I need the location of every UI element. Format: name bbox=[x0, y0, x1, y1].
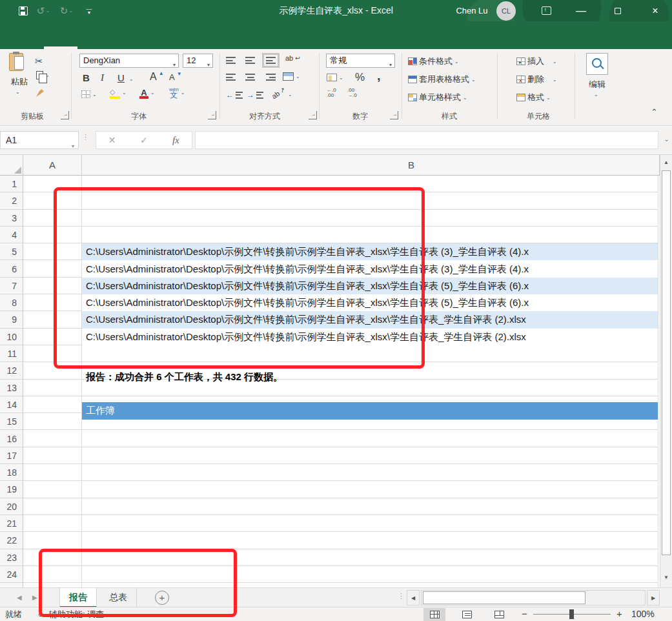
row-header-23[interactable]: 23 bbox=[0, 549, 23, 566]
row-header-11[interactable]: 11 bbox=[0, 345, 23, 362]
user-avatar[interactable]: CL bbox=[496, 1, 516, 21]
workbook-path-cell-row-8[interactable]: C:\Users\Administrator\Desktop\示例文件\转换前\… bbox=[82, 294, 658, 311]
scroll-left-icon[interactable]: ◀ bbox=[407, 590, 420, 606]
scroll-right-icon[interactable]: ▶ bbox=[647, 590, 660, 606]
bold-button[interactable]: B bbox=[83, 72, 90, 83]
row-header-12[interactable]: 12 bbox=[0, 362, 23, 379]
middle-align-icon[interactable] bbox=[245, 57, 255, 64]
sheet-next-icon[interactable]: ▶ bbox=[32, 588, 37, 607]
format-cells-button[interactable]: 格式⌄ bbox=[516, 92, 551, 103]
insert-cells-button[interactable]: 插入⌄ bbox=[516, 56, 557, 67]
row-header-3[interactable]: 3 bbox=[0, 210, 23, 227]
comma-style-icon[interactable]: , bbox=[377, 68, 381, 83]
delete-cells-button[interactable]: 删除⌄ bbox=[516, 74, 557, 85]
table-header-cell[interactable]: 工作簿 bbox=[82, 402, 658, 419]
row-header-22[interactable]: 22 bbox=[0, 532, 23, 549]
paste-button[interactable]: 粘贴 bbox=[4, 76, 35, 88]
conditional-formatting-button[interactable]: 条件格式⌄ bbox=[408, 56, 459, 67]
merge-center-icon[interactable]: ⌄ bbox=[283, 72, 300, 81]
scroll-down-icon[interactable]: ▼ bbox=[660, 575, 672, 580]
report-cell[interactable]: 报告：成功合并 6 个工作表，共 432 行数据。 bbox=[86, 369, 654, 385]
row-header-17[interactable]: 17 bbox=[0, 447, 23, 464]
zoom-out-icon[interactable]: − bbox=[522, 607, 527, 621]
workbook-path-cell-row-7[interactable]: C:\Users\Administrator\Desktop\示例文件\转换前\… bbox=[82, 278, 658, 294]
row-header-21[interactable]: 21 bbox=[0, 515, 23, 532]
top-align-icon[interactable] bbox=[226, 57, 236, 64]
underline-dropdown[interactable]: ⌄ bbox=[129, 76, 134, 82]
decrease-decimal-icon[interactable]: .00→.0 bbox=[347, 88, 357, 98]
row-header-20[interactable]: 20 bbox=[0, 498, 23, 515]
sheet-prev-icon[interactable]: ◀ bbox=[17, 588, 22, 607]
phonetic-guide-icon[interactable]: wén文⌄ bbox=[169, 87, 185, 98]
orientation-icon[interactable]: ab↗ bbox=[270, 86, 287, 101]
select-all-corner[interactable] bbox=[0, 155, 23, 176]
row-header-13[interactable]: 13 bbox=[0, 380, 23, 396]
increase-indent-icon[interactable]: → bbox=[247, 90, 263, 99]
name-box[interactable]: A1▾ bbox=[0, 131, 79, 149]
row-header-2[interactable]: 2 bbox=[0, 192, 23, 209]
user-name[interactable]: Chen Lu bbox=[452, 0, 492, 21]
zoom-in-icon[interactable]: + bbox=[616, 607, 622, 621]
collapse-ribbon-icon[interactable]: ⌃ bbox=[651, 107, 658, 117]
undo-icon[interactable]: ↺⌄ bbox=[34, 0, 53, 21]
fill-color-icon[interactable]: ◇⌄ bbox=[110, 88, 127, 97]
workbook-path-cell-row-5[interactable]: C:\Users\Administrator\Desktop\示例文件\转换前\… bbox=[82, 243, 658, 260]
find-select-icon[interactable] bbox=[586, 53, 608, 75]
number-format-combo[interactable]: 常规▾ bbox=[326, 54, 395, 68]
vertical-scroll-thumb[interactable] bbox=[662, 170, 671, 555]
workbook-path-cell-row-6[interactable]: C:\Users\Administrator\Desktop\示例文件\转换前\… bbox=[82, 261, 658, 278]
enter-icon[interactable]: ✓ bbox=[128, 135, 159, 145]
maximize-button[interactable] bbox=[603, 0, 633, 21]
editing-dropdown[interactable]: ⌄ bbox=[594, 92, 598, 97]
formula-bar-grip[interactable]: ⋮ bbox=[82, 133, 88, 141]
accounting-format-icon[interactable]: ⌄ bbox=[327, 74, 343, 81]
new-sheet-button[interactable]: + bbox=[155, 591, 169, 605]
align-right-icon[interactable] bbox=[266, 74, 276, 81]
orientation-dropdown[interactable]: ⌄ bbox=[288, 92, 292, 97]
row-header-24[interactable]: 24 bbox=[0, 566, 23, 583]
formula-input[interactable] bbox=[195, 131, 658, 149]
row-header-5[interactable]: 5 bbox=[0, 243, 23, 260]
row-header-4[interactable]: 4 bbox=[0, 227, 23, 243]
horizontal-scrollbar[interactable]: ◀ ▶ bbox=[407, 590, 660, 606]
row-header-9[interactable]: 9 bbox=[0, 311, 23, 328]
insert-function-icon[interactable]: fx bbox=[160, 135, 192, 146]
grow-font-button[interactable]: A▲ bbox=[150, 71, 164, 83]
page-break-view-button[interactable] bbox=[488, 608, 510, 621]
column-header-b[interactable]: B bbox=[82, 155, 660, 176]
normal-view-button[interactable] bbox=[423, 608, 445, 621]
font-size-combo[interactable]: 12▾ bbox=[183, 54, 213, 68]
workbook-path-cell-row-9[interactable]: C:\Users\Administrator\Desktop\示例文件\转换前\… bbox=[82, 311, 658, 328]
vertical-scrollbar[interactable]: ▲ ▼ bbox=[660, 155, 672, 587]
row-header-14[interactable]: 14 bbox=[0, 396, 23, 413]
paste-icon[interactable] bbox=[9, 53, 23, 71]
accessibility-status[interactable]: 辅助功能: 调查 bbox=[49, 607, 104, 621]
save-icon[interactable] bbox=[14, 0, 32, 21]
clipboard-dialog-launcher[interactable] bbox=[61, 111, 69, 119]
zoom-level[interactable]: 100% bbox=[631, 607, 655, 621]
font-color-icon[interactable]: A⌄ bbox=[139, 88, 155, 97]
paste-dropdown[interactable]: ⌄ bbox=[15, 89, 20, 95]
cut-icon[interactable]: ✂ bbox=[35, 56, 43, 67]
borders-icon[interactable]: ⌄ bbox=[81, 90, 97, 98]
percent-style-icon[interactable]: % bbox=[355, 71, 365, 84]
page-layout-view-button[interactable] bbox=[456, 608, 478, 621]
row-header-7[interactable]: 7 bbox=[0, 278, 23, 294]
copy-icon[interactable]: ⌄ bbox=[36, 71, 50, 79]
increase-decimal-icon[interactable]: ←.0.00 bbox=[327, 88, 336, 98]
underline-button[interactable]: U bbox=[117, 72, 125, 83]
number-dialog-launcher[interactable] bbox=[390, 111, 398, 119]
alignment-dialog-launcher[interactable] bbox=[309, 111, 317, 119]
sheet-tab-summary[interactable]: 总表 bbox=[100, 588, 137, 607]
row-header-10[interactable]: 10 bbox=[0, 329, 23, 345]
qat-customize-icon[interactable]: —▼ bbox=[83, 0, 96, 21]
row-header-18[interactable]: 18 bbox=[0, 464, 23, 481]
row-header-25[interactable]: 25 bbox=[0, 583, 23, 587]
hscroll-grip[interactable]: ⋮ bbox=[398, 592, 404, 600]
row-header-8[interactable]: 8 bbox=[0, 294, 23, 311]
wrap-text-icon[interactable]: ab↩ bbox=[285, 54, 300, 62]
align-center-icon[interactable] bbox=[245, 74, 255, 81]
minimize-button[interactable]: — bbox=[566, 0, 596, 21]
italic-button[interactable]: I bbox=[101, 72, 104, 83]
zoom-slider-thumb[interactable] bbox=[569, 609, 574, 619]
